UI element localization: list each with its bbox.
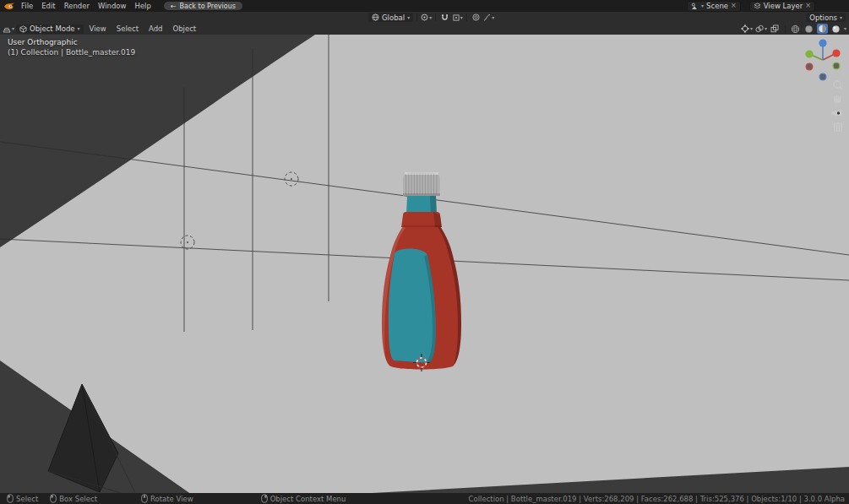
gizmos-dropdown[interactable]: ▾ — [741, 24, 753, 34]
neck-shadow — [430, 196, 437, 214]
camera-view-button[interactable] — [832, 111, 842, 116]
viewport-editor-icon — [3, 24, 11, 33]
separator — [416, 14, 417, 21]
xray-toggle[interactable] — [770, 24, 781, 34]
transform-orientation-dropdown[interactable]: Global ▾ — [368, 13, 413, 22]
menu-render[interactable]: Render — [60, 0, 94, 12]
menu-edit[interactable]: Edit — [37, 0, 59, 12]
unlink-scene-icon[interactable]: × — [731, 3, 737, 9]
separator — [435, 14, 436, 21]
editor-type-dropdown[interactable]: ▾ — [3, 24, 14, 34]
view-layer-icon — [754, 3, 761, 10]
chevron-down-icon: ▾ — [407, 15, 410, 20]
navigation-gizmo — [792, 35, 849, 136]
axis-z-negative-handle[interactable] — [819, 73, 826, 80]
viewport-header-row3: ▾ Object Mode ▾ View Select Add Object ▾ — [0, 23, 849, 35]
chevron-down-icon: ▾ — [701, 3, 704, 8]
snap-toggle[interactable] — [439, 13, 450, 22]
cap-top-highlight — [405, 172, 438, 175]
keymap-hint: Object Context Menu — [261, 494, 346, 503]
viewport-header-row2: Global ▾ ▾ — [0, 12, 849, 24]
snap-target-dropdown[interactable]: ▾ — [452, 13, 463, 22]
topbar: File Edit Render Window Help ← Back to P… — [0, 0, 849, 12]
axis-x-negative-handle[interactable] — [806, 63, 813, 70]
blender-logo-icon[interactable] — [3, 2, 15, 10]
overlays-dropdown[interactable]: ▾ — [755, 24, 767, 34]
mode-selector[interactable]: Object Mode ▾ — [16, 24, 84, 34]
keymap-hint: Select — [7, 494, 38, 503]
proportional-editing-toggle[interactable] — [471, 13, 482, 22]
menu-view[interactable]: View — [85, 23, 111, 35]
shading-solid-button[interactable] — [803, 24, 814, 34]
mouse-left-drag-icon — [50, 494, 57, 503]
shading-wireframe-button[interactable] — [790, 24, 801, 34]
viewport-3d[interactable]: User Orthographic (1) Collection | Bottl… — [0, 35, 849, 493]
topbar-right: ▾ Scene × View Layer × — [687, 1, 849, 12]
scene-selector[interactable]: ▾ Scene × — [687, 1, 741, 12]
menu-window[interactable]: Window — [94, 0, 131, 12]
scene-statistics: Collection | Bottle_master.019 | Verts:2… — [469, 495, 849, 503]
mouse-right-icon — [261, 494, 268, 503]
viewport-header-right: ▾ ▾ — [741, 24, 846, 34]
magnet-icon — [441, 14, 449, 21]
axis-z-handle[interactable] — [819, 39, 826, 46]
mouse-middle-icon — [141, 494, 148, 503]
separator — [785, 25, 786, 33]
menu-add[interactable]: Add — [144, 23, 166, 35]
keymap-hint: Box Select — [50, 494, 97, 503]
keymap-hint: Rotate View — [141, 494, 193, 503]
perspective-toggle-button[interactable] — [835, 123, 842, 131]
globe-icon — [372, 14, 379, 21]
back-to-previous-button[interactable]: ← Back to Previous — [164, 2, 242, 10]
shading-material-preview-button[interactable] — [817, 24, 828, 34]
viewport-canvas[interactable] — [0, 35, 849, 493]
options-dropdown[interactable]: Options ▾ — [806, 13, 846, 22]
zoom-button[interactable] — [834, 81, 842, 89]
proportional-falloff-dropdown[interactable]: ▾ — [483, 13, 494, 22]
scene-icon — [691, 3, 699, 10]
active-object-label: (1) Collection | Bottle_master.019 — [8, 48, 135, 57]
view-name-label: User Orthographic — [8, 38, 78, 46]
cap-bottom-shadow — [403, 193, 440, 196]
menu-object[interactable]: Object — [168, 23, 200, 35]
unlink-view-layer-icon[interactable]: × — [805, 3, 811, 9]
menu-file[interactable]: File — [17, 0, 37, 12]
axis-x-handle[interactable] — [832, 49, 840, 57]
statusbar: Select Box Select Rotate View — [0, 493, 849, 504]
menu-help[interactable]: Help — [130, 0, 155, 12]
view-layer-selector[interactable]: View Layer × — [749, 1, 815, 12]
mouse-left-icon — [7, 494, 14, 503]
menu-select[interactable]: Select — [112, 23, 143, 35]
blender-window: File Edit Render Window Help ← Back to P… — [0, 0, 849, 504]
shading-rendered-button[interactable] — [830, 24, 841, 34]
object-mode-icon — [19, 25, 27, 33]
back-arrow-icon: ← — [171, 3, 177, 10]
separator — [466, 14, 467, 21]
shading-dropdown[interactable]: ▾ — [844, 26, 846, 31]
pivot-point-dropdown[interactable]: ▾ — [421, 13, 432, 22]
axis-y-negative-handle[interactable] — [833, 62, 840, 69]
pan-hand-button[interactable] — [834, 96, 841, 103]
axis-y-handle[interactable] — [805, 50, 813, 57]
